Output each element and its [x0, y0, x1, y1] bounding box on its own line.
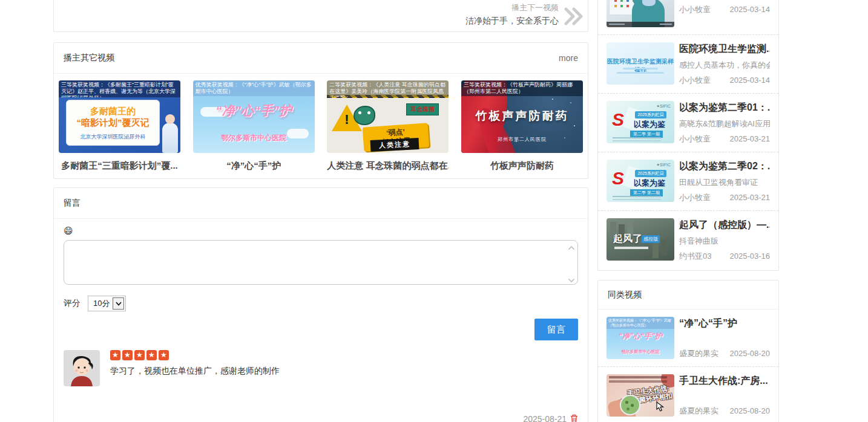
star-icon: ★ [159, 350, 169, 360]
video-card[interactable]: 优秀奖获奖视频：《“净”心“手”护》武敏（鄂尔多斯市中心医院） “净”心“手”护… [193, 80, 315, 172]
uploader-other-videos-panel: 播主其它视频 more 三等奖获奖视频：《多耐菌王“三重暗影计划”覆灭记》赵正平… [53, 42, 588, 179]
comment-date: 2025-08-21 [523, 414, 567, 422]
rating-select[interactable]: 10分 [88, 296, 126, 311]
sidebar-similar-videos-panel: 同类视频 优秀奖获奖视频：《“净”心“手”护》武敏（鄂尔多斯市中心医院） “净”… [597, 280, 779, 422]
video-thumbnail[interactable]: 三等奖获奖视频：《竹板声声防耐药》周丽娜（郑州市第二人民医院） 竹板声声防耐药 … [461, 80, 583, 153]
video-title[interactable]: 多耐菌王“三重暗影计划”覆... [59, 160, 180, 172]
thumbnail-caption: 二等奖获奖视频：《人类注意 耳念珠菌的弱点都在这里》吴美玲（海南医学院第一附属医… [327, 80, 449, 97]
rating-label: 评分 [64, 298, 81, 309]
video-date: 2025-03-21 [730, 134, 771, 144]
video-thumbnail[interactable]: 医院环境卫生学监测采样操作 [607, 42, 674, 85]
comment-text: 学习了，视频也在单位推广，感谢老师的制作 [110, 366, 280, 377]
sidebar-video-item[interactable]: 手卫生大作战: 产房细菌环环相扣 手卫生大作战:产房... 盛夏的果实 2025… [598, 366, 778, 422]
next-video-panel[interactable]: 播主下一视频 洁净始于手，安全系于心 [53, 0, 588, 32]
sidebar-uploader-videos-panel: 细节多多! 小小牧童 2025-03-14 医院环境卫生学监测采样操作 医院环境… [597, 0, 779, 271]
next-video-title[interactable]: 洁净始于手，安全系于心 [465, 15, 559, 26]
comments-header: 留言 [54, 188, 588, 219]
video-subtitle: 田靓从卫监视角看审证 [679, 177, 770, 188]
video-title[interactable]: 手卫生大作战:产房... [679, 374, 770, 388]
video-author[interactable]: 小小牧童 [679, 192, 711, 203]
thumbnail-art: “净”心“手”护 [193, 102, 315, 119]
sific-logo: ✦SIFIC [656, 104, 671, 109]
video-title[interactable]: 起风了（感控版）—... [679, 218, 770, 232]
star-icon: ★ [122, 350, 133, 360]
video-date: 2025-03-16 [730, 251, 771, 262]
video-thumbnail[interactable]: 二等奖获奖视频：《人类注意 耳念珠菌的弱点都在这里》吴美玲（海南医学院第一附属医… [327, 80, 449, 153]
thumbnail-caption: 优秀奖获奖视频：《“净”心“手”护》武敏（鄂尔多斯市中心医院） [193, 80, 315, 96]
video-date: 2025-08-20 [730, 406, 771, 417]
video-card[interactable]: 二等奖获奖视频：《人类注意 耳念珠菌的弱点都在这里》吴美玲（海南医学院第一附属医… [327, 80, 449, 172]
star-icon: ★ [110, 350, 120, 360]
sidebar-video-item[interactable]: S ✦SIFIC 2025系列栏目 以案为鉴 第二季 第二期 以案为鉴第二季02… [598, 152, 778, 210]
thumbnail-caption: 三等奖获奖视频：《多耐菌王“三重暗影计划”覆灭记》赵正平、程香娥、谢无为等（北京… [59, 80, 180, 97]
video-title[interactable]: 以案为鉴第二季02：... [679, 160, 770, 173]
similar-videos-header: 同类视频 [608, 290, 642, 300]
more-link[interactable]: more [559, 53, 578, 63]
sidebar-video-item[interactable]: 医院环境卫生学监测采样操作 医院环境卫生学监测... 感控人员基本功，你真的会采… [598, 34, 778, 93]
video-date: 2025-08-20 [730, 348, 771, 359]
thumbnail-caption: 优秀奖获奖视频：《“净”心“手”护》武敏（鄂尔多斯市中心医院） [607, 317, 674, 329]
rating-selected-value: 10分 [90, 297, 113, 310]
video-title[interactable]: “净”心“手”护 [679, 317, 770, 330]
network-dots [552, 99, 553, 100]
video-date: 2025-03-21 [730, 192, 771, 203]
video-title[interactable]: 医院环境卫生学监测... [679, 42, 770, 56]
video-title[interactable]: 竹板声声防耐药 [461, 160, 583, 172]
video-author[interactable]: 盛夏的果实 [679, 348, 718, 359]
video-author[interactable]: 盛夏的果实 [679, 406, 718, 417]
video-subtitle: 感控人员基本功，你真的会采 [679, 60, 770, 71]
star-icon: ★ [146, 350, 157, 360]
sidebar-video-item[interactable]: S ✦SIFIC 2025系列栏目 以案为鉴 第二季 第一期 以案为鉴第二季01… [598, 93, 778, 152]
select-dropdown-icon[interactable] [113, 297, 124, 310]
video-thumbnail[interactable] [607, 0, 674, 27]
video-thumbnail[interactable]: 起风了 感控版 [607, 218, 674, 261]
comments-panel: 留言 😄 评分 10分 留言 [53, 187, 588, 422]
thumbnail-art: 多耐菌王的 “暗影计划”覆灭记 北京大学深圳医院泌尿外科 [66, 100, 160, 146]
video-thumbnail[interactable]: S ✦SIFIC 2025系列栏目 以案为鉴 第二季 第一期 [607, 101, 674, 143]
video-thumbnail[interactable]: 三等奖获奖视频：《多耐菌王“三重暗影计划”覆灭记》赵正平、程香娥、谢无为等（北京… [59, 80, 180, 153]
emoji-picker-icon[interactable]: 😄 [64, 226, 73, 236]
video-author[interactable]: 小小牧童 [679, 75, 711, 86]
video-author[interactable]: 小小牧童 [679, 134, 711, 144]
sidebar-video-item[interactable]: 细节多多! 小小牧童 2025-03-14 [598, 0, 778, 34]
comment-item: ★ ★ ★ ★ ★ 学习了，视频也在单位推广，感谢老师的制作 [64, 350, 578, 386]
submit-comment-button[interactable]: 留言 [534, 319, 578, 340]
sidebar-video-item[interactable]: 优秀奖获奖视频：《“净”心“手”护》武敏（鄂尔多斯市中心医院） “净”心“手”护… [598, 310, 778, 366]
video-subtitle: 抖音神曲版 [679, 236, 770, 247]
video-title[interactable]: “净”心“手”护 [193, 160, 315, 172]
video-thumbnail[interactable]: 优秀奖获奖视频：《“净”心“手”护》武敏（鄂尔多斯市中心医院） “净”心“手”护… [607, 317, 674, 359]
sidebar-video-item[interactable]: 起风了 感控版 起风了（感控版）—... 抖音神曲版 约书亚03 2025-03… [598, 210, 778, 269]
video-date: 2025-03-14 [730, 4, 771, 15]
thumbnail-art: S [612, 168, 624, 189]
nurse-figure [642, 0, 656, 6]
thumbnail-art: 竹板声声防耐药 [461, 108, 583, 124]
video-subtitle: 高晓东&范鹏超解读AI应用 [679, 118, 770, 129]
video-author[interactable]: 小小牧童 [679, 4, 711, 15]
video-title[interactable]: 以案为鉴第二季01：... [679, 101, 770, 114]
double-chevron-right-icon[interactable] [564, 7, 584, 28]
cursor-icon [656, 401, 665, 414]
video-thumbnail[interactable]: S ✦SIFIC 2025系列栏目 以案为鉴 第二季 第二期 [607, 160, 674, 202]
commenter-avatar [64, 350, 100, 386]
thumbnail-caption: 三等奖获奖视频：《竹板声声防耐药》周丽娜（郑州市第二人民医院） [461, 80, 583, 96]
thumbnail-art: S [612, 109, 624, 130]
delete-comment-icon[interactable] [570, 414, 578, 422]
video-card[interactable]: 三等奖获奖视频：《多耐菌王“三重暗影计划”覆灭记》赵正平、程香娥、谢无为等（北京… [59, 80, 180, 172]
other-videos-header: 播主其它视频 [64, 53, 114, 63]
video-thumbnail[interactable]: 优秀奖获奖视频：《“净”心“手”护》武敏（鄂尔多斯市中心医院） “净”心“手”护… [193, 80, 315, 153]
germ-character [353, 106, 375, 125]
star-icon: ★ [134, 350, 145, 360]
video-thumbnail[interactable]: 手卫生大作战: 产房细菌环环相扣 [607, 374, 674, 417]
thumbnail-caption [609, 376, 667, 378]
doctor-figure [162, 123, 178, 153]
comment-input[interactable] [64, 240, 578, 285]
germ-globe-shape [620, 395, 640, 415]
next-video-label: 播主下一视频 [511, 3, 559, 12]
player-bar [607, 22, 674, 27]
video-author[interactable]: 约书亚03 [679, 251, 711, 262]
comment-star-rating: ★ ★ ★ ★ ★ [110, 350, 280, 360]
video-title[interactable]: 人类注意 耳念珠菌的弱点都在... [327, 160, 449, 172]
thumbnail-art: “净”心“手”护 [607, 331, 674, 342]
video-card[interactable]: 三等奖获奖视频：《竹板声声防耐药》周丽娜（郑州市第二人民医院） 竹板声声防耐药 … [461, 80, 583, 172]
thumbnail-art: 起风了 [613, 233, 642, 245]
